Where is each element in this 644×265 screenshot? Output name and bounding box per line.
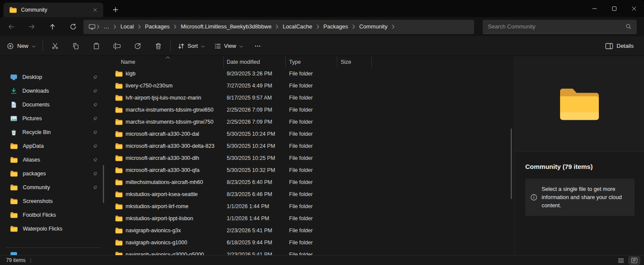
chevron-right-icon[interactable] (316, 25, 320, 29)
file-name: mkstudios-airport-ksea-seattle (126, 191, 197, 197)
cut-icon (51, 43, 59, 50)
table-row[interactable]: marcfsx-instruments-tdssim-gtnxi7502/25/… (107, 116, 515, 128)
folder-icon (10, 143, 18, 149)
details-view-button[interactable] (629, 257, 640, 264)
delete-button[interactable] (150, 39, 167, 53)
details-button[interactable]: Details (602, 40, 637, 52)
copy-button[interactable] (67, 39, 84, 53)
sidebar-item-label: Aliases (23, 157, 40, 163)
nav-buttons (0, 20, 80, 34)
close-button[interactable] (624, 0, 644, 17)
sidebar-item-community[interactable]: Community (5, 181, 102, 194)
column-header-name[interactable]: Name (112, 56, 224, 68)
tab-community[interactable]: Community (3, 3, 103, 17)
table-row[interactable]: microsoft-aircraft-a330-300-dlh5/30/2025… (107, 152, 515, 164)
tab-close-button[interactable] (90, 5, 100, 15)
sidebar-item-desktop[interactable]: Desktop (5, 71, 102, 84)
status-separator (31, 258, 31, 263)
maximize-button[interactable] (604, 0, 624, 17)
table-row[interactable]: mkstudios-airport-lppt-lisbon1/1/2026 1:… (107, 212, 515, 224)
pictures-icon (10, 115, 17, 122)
refresh-button[interactable] (66, 20, 80, 34)
pin-icon (92, 75, 98, 80)
rename-button[interactable] (108, 39, 126, 53)
breadcrumb-item-packages[interactable]: Packages (320, 21, 352, 32)
sort-button[interactable]: Sort (174, 40, 208, 52)
filelist-scrollbar[interactable] (511, 128, 512, 199)
breadcrumb-item-packages[interactable]: Packages (141, 21, 173, 32)
chevron-right-icon[interactable] (391, 25, 395, 29)
chevron-right-icon[interactable] (138, 25, 141, 29)
back-button[interactable] (4, 20, 18, 34)
minimize-button[interactable] (585, 0, 604, 17)
table-row[interactable]: navigraph-avionics-g3000-g50002/23/2026 … (107, 249, 515, 255)
pin-icon (92, 171, 98, 177)
sidebar-item-documents[interactable]: Documents (5, 98, 102, 111)
sidebar-item-footbol-flicks[interactable]: Footbol Flicks (5, 209, 102, 221)
preview-info-message: Select a single file to get more informa… (542, 185, 629, 210)
table-row[interactable]: miltechsimulations-aircraft-mh608/23/202… (107, 176, 515, 188)
chevron-right-icon[interactable] (173, 25, 177, 29)
forward-button[interactable] (25, 20, 39, 34)
address-bar[interactable]: …LocalPackagesMicrosoft.Limitless_8wekyb… (83, 20, 474, 34)
column-header-date-modified[interactable]: Date modified (224, 56, 286, 68)
sidebar-scrollbar[interactable] (103, 165, 104, 203)
breadcrumb-item-microsoft-limitless-8wekyb3d8bbwe[interactable]: Microsoft.Limitless_8wekyb3d8bbwe (177, 21, 275, 32)
paste-button[interactable] (88, 39, 105, 53)
file-name: microsoft-aircraft-a330-300-dlh (126, 155, 199, 161)
chevron-right-icon[interactable] (352, 25, 355, 29)
table-row[interactable]: livery-c750-n230sm7/27/2025 4:49 PMFile … (107, 80, 515, 92)
table-row[interactable]: marcfsx-instruments-tdssim-gtnxi6502/25/… (107, 104, 515, 116)
sidebar-item-partial[interactable] (5, 250, 102, 255)
more-options-button[interactable] (249, 39, 266, 53)
new-tab-button[interactable] (109, 4, 121, 15)
folder-icon (10, 198, 18, 204)
breadcrumb-item-local[interactable]: Local (117, 21, 138, 32)
view-button[interactable]: View (211, 40, 247, 52)
cut-button[interactable] (46, 39, 64, 53)
sidebar-item-screenshots[interactable]: Screenshots (5, 195, 102, 208)
up-button[interactable] (46, 20, 59, 34)
this-pc-icon[interactable] (89, 23, 96, 30)
search-input[interactable] (488, 23, 626, 30)
search-box[interactable] (483, 20, 637, 34)
chevron-right-icon[interactable] (113, 25, 117, 29)
breadcrumb-item-localcache[interactable]: LocalCache (279, 21, 316, 32)
sidebar-item-pictures[interactable]: Pictures (5, 112, 102, 125)
file-type: File folder (286, 215, 337, 221)
table-row[interactable]: mkstudios-airport-ksea-seattle8/23/2025 … (107, 188, 515, 200)
breadcrumb-item-ellipsis[interactable]: … (100, 21, 113, 32)
sidebar-item-waterpolo-flicks[interactable]: Waterpolo Flicks (5, 222, 102, 235)
sidebar-item-downloads[interactable]: Downloads (5, 84, 102, 97)
preview-thumbnail (515, 56, 644, 152)
table-row[interactable]: navigraph-avionics-g10006/18/2025 9:44 P… (107, 237, 515, 249)
table-row[interactable]: microsoft-aircraft-a330-200-dal5/30/2025… (107, 128, 515, 140)
table-row[interactable]: klgb9/20/2025 3:26 PMFile folder (107, 68, 515, 80)
folder-icon (10, 184, 18, 190)
new-button[interactable]: New (3, 40, 39, 52)
sidebar-item-label: Community (23, 184, 50, 190)
chevron-right-icon[interactable] (96, 25, 100, 29)
sidebar-item-recycle-bin[interactable]: Recycle Bin (5, 126, 102, 139)
file-date-modified: 2/25/2026 7:09 PM (224, 107, 286, 113)
share-button[interactable] (129, 39, 146, 53)
table-row[interactable]: mkstudios-airport-lirf-rome1/1/2026 1:44… (107, 200, 515, 212)
table-row[interactable]: microsoft-aircraft-a330-300-delta-8235/3… (107, 140, 515, 152)
delete-icon (154, 43, 162, 50)
table-row[interactable]: navigraph-avionics-g3x2/23/2026 5:41 PMF… (107, 224, 515, 237)
list-view-button[interactable] (616, 257, 626, 264)
folder-icon (115, 119, 123, 125)
chevron-right-icon[interactable] (275, 25, 279, 29)
search-icon[interactable] (626, 24, 632, 29)
breadcrumb-item-community[interactable]: Community (355, 21, 391, 32)
sidebar-item-appdata[interactable]: AppData (5, 140, 102, 153)
sidebar-item-aliases[interactable]: Aliases (5, 153, 102, 166)
column-header-size[interactable]: Size (337, 56, 372, 68)
table-row[interactable]: microsoft-aircraft-a330-300-qfa5/30/2025… (107, 164, 515, 176)
file-type: File folder (286, 83, 337, 89)
sidebar-item-packages[interactable]: packages (5, 167, 102, 180)
view-button-label: View (224, 43, 236, 49)
column-header-type[interactable]: Type (286, 56, 337, 68)
table-row[interactable]: lvfr-airport-tjsj-luis-munoz-marin8/17/2… (107, 92, 515, 104)
file-type: File folder (286, 203, 337, 209)
